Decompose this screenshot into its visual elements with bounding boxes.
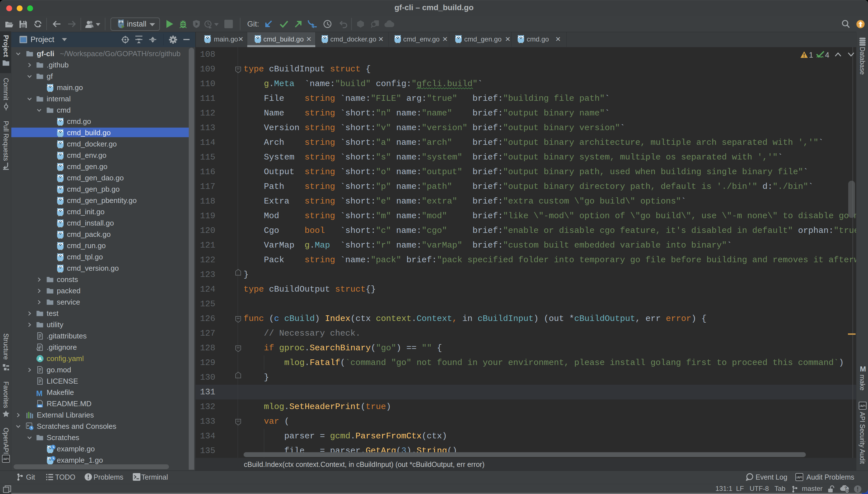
svg-text:/API: /API — [3, 457, 9, 461]
svg-text:A: A — [38, 356, 41, 362]
svg-text:MD: MD — [38, 405, 42, 407]
svg-text:/API: /API — [860, 404, 866, 407]
svg-text:/API: /API — [796, 476, 802, 479]
